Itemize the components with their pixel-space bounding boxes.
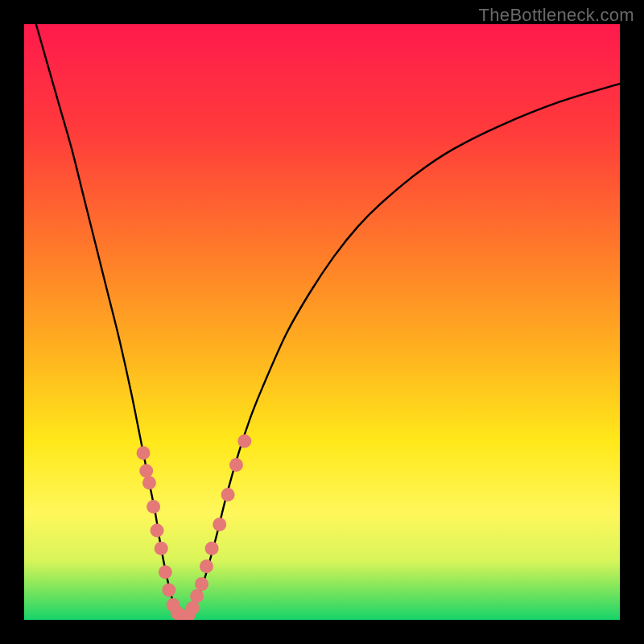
chart-svg xyxy=(24,24,620,620)
curve-marker xyxy=(139,464,153,478)
chart-frame: TheBottleneck.com xyxy=(0,0,644,644)
plot-area xyxy=(24,24,620,620)
curve-marker xyxy=(237,435,251,448)
curve-marker xyxy=(159,565,172,579)
curve-marker xyxy=(147,500,160,514)
curve-marker xyxy=(195,577,208,591)
curve-marker xyxy=(229,458,243,472)
curve-marker xyxy=(205,542,219,555)
curve-marker xyxy=(221,488,235,502)
curve-marker xyxy=(186,601,200,615)
curve-marker xyxy=(200,559,213,573)
curve-marker xyxy=(142,476,156,489)
curve-marker xyxy=(151,524,164,538)
curve-marker xyxy=(213,518,226,531)
curve-marker xyxy=(155,542,168,555)
curve-marker xyxy=(137,446,151,460)
curve-marker xyxy=(162,584,175,597)
curve-marker xyxy=(190,589,204,603)
watermark-text: TheBottleneck.com xyxy=(479,5,634,26)
